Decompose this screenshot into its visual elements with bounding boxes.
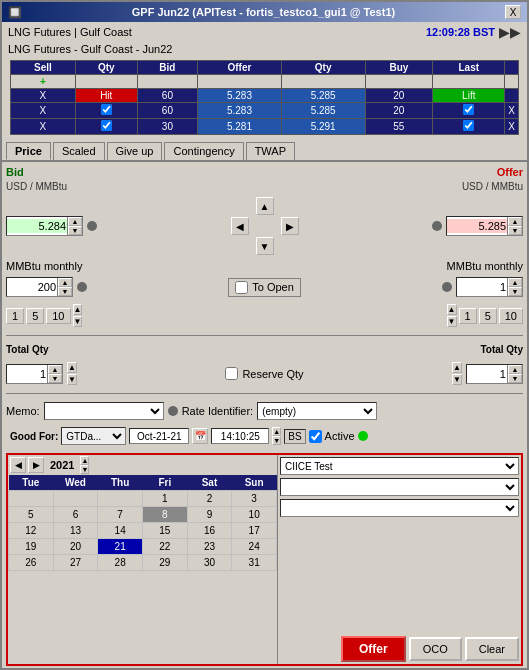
cal-day[interactable]: 13: [53, 523, 98, 539]
date-input[interactable]: [129, 428, 189, 444]
offer-spinbox[interactable]: ▲ ▼: [446, 216, 523, 236]
offer-down[interactable]: ▼: [508, 226, 522, 235]
sell-x[interactable]: X: [11, 89, 76, 103]
close-button[interactable]: X: [505, 5, 521, 19]
left-arrow-down[interactable]: ▼: [73, 316, 83, 327]
total-right-down[interactable]: ▼: [508, 374, 522, 383]
add-btn[interactable]: +: [11, 75, 76, 89]
oco-button[interactable]: OCO: [409, 637, 462, 661]
cal-prev-btn[interactable]: ◀: [10, 457, 26, 473]
bid-up[interactable]: ▲: [68, 217, 82, 226]
left-arrow-up[interactable]: ▲: [73, 304, 83, 315]
right-select-1[interactable]: CIICE Test: [280, 457, 519, 475]
cal-day[interactable]: 20: [53, 539, 98, 555]
checkbox-cell2[interactable]: [433, 103, 505, 119]
offer-input[interactable]: [447, 219, 507, 233]
checkbox-cell[interactable]: [75, 103, 137, 119]
total-left-spinbox[interactable]: ▲ ▼: [6, 364, 63, 384]
memo-select[interactable]: [44, 402, 164, 420]
cal-day[interactable]: 29: [142, 555, 187, 571]
bid-input[interactable]: [7, 219, 67, 233]
qty-btn-10-right[interactable]: 10: [499, 308, 523, 324]
time-down[interactable]: ▼: [272, 436, 281, 445]
bid-cell[interactable]: Hit: [75, 89, 137, 103]
tab-price[interactable]: Price: [6, 142, 51, 160]
qty-left-up[interactable]: ▲: [58, 278, 72, 287]
cal-day[interactable]: 5: [9, 507, 54, 523]
qty-btn-5-left[interactable]: 5: [26, 308, 44, 324]
year-down[interactable]: ▼: [80, 465, 89, 474]
cal-day[interactable]: 19: [9, 539, 54, 555]
qty-btn-1-left[interactable]: 1: [6, 308, 24, 324]
offer-button[interactable]: Offer: [341, 636, 406, 662]
cal-day[interactable]: 9: [187, 507, 232, 523]
time-up[interactable]: ▲: [272, 427, 281, 436]
sell-x3[interactable]: X: [11, 119, 76, 135]
cal-day[interactable]: 3: [232, 491, 277, 507]
lift-btn[interactable]: Lift: [433, 89, 505, 103]
tab-contingency[interactable]: Contingency: [164, 142, 243, 160]
total-right-arrow-down[interactable]: ▼: [452, 374, 462, 385]
total-left-arrow-up[interactable]: ▲: [67, 362, 77, 373]
qty-left-down[interactable]: ▼: [58, 287, 72, 296]
qty-left-spinbox[interactable]: ▲ ▼: [6, 277, 73, 297]
cal-day[interactable]: 16: [187, 523, 232, 539]
qty-right-down[interactable]: ▼: [508, 287, 522, 296]
total-right-arrow-up[interactable]: ▲: [452, 362, 462, 373]
arrow-left[interactable]: ◀: [231, 217, 249, 235]
cal-day[interactable]: 12: [9, 523, 54, 539]
bid-spinbox[interactable]: ▲ ▼: [6, 216, 83, 236]
total-left-up[interactable]: ▲: [48, 365, 62, 374]
right-select-3[interactable]: [280, 499, 519, 517]
arrow-right[interactable]: ▶: [281, 217, 299, 235]
qty-btn-5-right[interactable]: 5: [479, 308, 497, 324]
total-left-down[interactable]: ▼: [48, 374, 62, 383]
qty-left-input[interactable]: [7, 280, 57, 294]
x-cell2[interactable]: X: [505, 119, 519, 135]
cal-day[interactable]: 2: [187, 491, 232, 507]
reserve-qty-checkbox[interactable]: [225, 367, 238, 380]
cal-day[interactable]: 30: [187, 555, 232, 571]
total-right-up[interactable]: ▲: [508, 365, 522, 374]
calendar-btn[interactable]: 📅: [192, 428, 208, 444]
tab-twap[interactable]: TWAP: [246, 142, 295, 160]
right-arrow-up[interactable]: ▲: [447, 304, 457, 315]
cal-day[interactable]: 26: [9, 555, 54, 571]
total-left-arrow-down[interactable]: ▼: [67, 374, 77, 385]
rate-select[interactable]: (empty): [257, 402, 377, 420]
cal-day[interactable]: 6: [53, 507, 98, 523]
total-right-input[interactable]: [467, 367, 507, 381]
sell-x2[interactable]: X: [11, 103, 76, 119]
to-open-checkbox[interactable]: [235, 281, 248, 294]
cal-day[interactable]: 22: [142, 539, 187, 555]
total-left-input[interactable]: [7, 367, 47, 381]
right-select-2[interactable]: [280, 478, 519, 496]
cal-day[interactable]: 7: [98, 507, 143, 523]
cal-day[interactable]: 14: [98, 523, 143, 539]
checkbox-cell3[interactable]: [75, 119, 137, 135]
arrow-down[interactable]: ▼: [256, 237, 274, 255]
cal-day[interactable]: 31: [232, 555, 277, 571]
cal-next-btn[interactable]: ▶: [28, 457, 44, 473]
qty-btn-1-right[interactable]: 1: [459, 308, 477, 324]
cal-day[interactable]: 27: [53, 555, 98, 571]
arrow-up[interactable]: ▲: [256, 197, 274, 215]
cal-day[interactable]: 28: [98, 555, 143, 571]
right-arrow-down[interactable]: ▼: [447, 316, 457, 327]
bid-down[interactable]: ▼: [68, 226, 82, 235]
cal-day-selected[interactable]: 21: [98, 539, 143, 555]
gtd-select[interactable]: GTDa...: [61, 427, 126, 445]
qty-btn-10-left[interactable]: 10: [46, 308, 70, 324]
time-input[interactable]: [211, 428, 269, 444]
tab-give-up[interactable]: Give up: [107, 142, 163, 160]
total-right-spinbox[interactable]: ▲ ▼: [466, 364, 523, 384]
cal-day-8[interactable]: 8: [142, 507, 187, 523]
cal-day[interactable]: 15: [142, 523, 187, 539]
year-up[interactable]: ▲: [80, 456, 89, 465]
cal-day[interactable]: 17: [232, 523, 277, 539]
offer-up[interactable]: ▲: [508, 217, 522, 226]
x-cell[interactable]: X: [505, 103, 519, 119]
cal-day[interactable]: 1: [142, 491, 187, 507]
qty-right-input[interactable]: [457, 280, 507, 294]
qty-right-spinbox[interactable]: ▲ ▼: [456, 277, 523, 297]
